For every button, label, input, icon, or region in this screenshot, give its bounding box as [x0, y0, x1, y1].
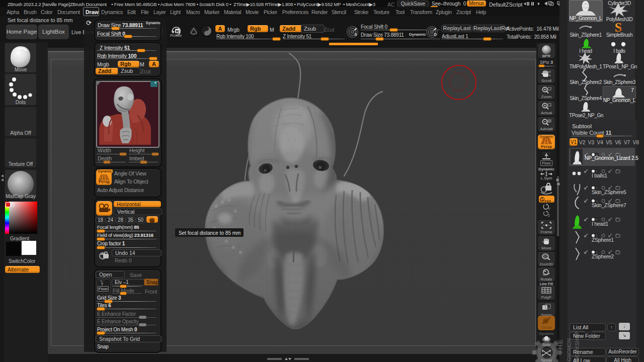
svg-text:Z: Z — [548, 214, 550, 217]
svg-text:xyz: xyz — [544, 199, 551, 203]
svg-text:Y: Y — [548, 207, 550, 211]
svg-text:S: S — [355, 32, 357, 37]
svg-text:3D: 3D — [543, 255, 547, 258]
svg-text:D: D — [434, 32, 437, 37]
